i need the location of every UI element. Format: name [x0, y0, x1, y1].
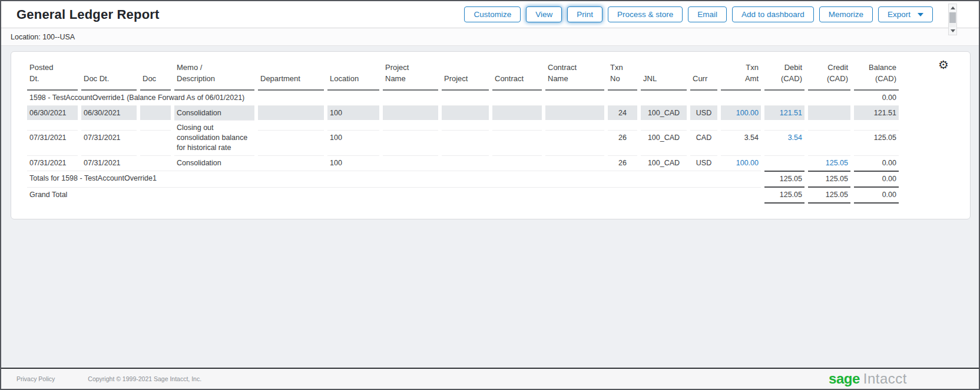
- col-header-memo: Memo /Description: [173, 61, 256, 91]
- cell-contract_name: [544, 105, 606, 121]
- table-row: 07/31/202107/31/2021 Closing out consoli…: [25, 120, 900, 155]
- group-label: 1598 - TestAccountOverride1 (Balance For…: [25, 91, 852, 105]
- cell-department: [256, 155, 326, 171]
- arrow-up-icon: [951, 6, 955, 9]
- cell-credit-link[interactable]: 125.05: [826, 159, 848, 167]
- cell-contract: [491, 155, 544, 171]
- col-header-project_name: ProjectName: [381, 61, 440, 91]
- col-header-txn_no: TxnNo: [606, 61, 639, 91]
- cell-balance: 0.00: [852, 155, 900, 171]
- cell-debit: [763, 155, 806, 171]
- scroll-up-button[interactable]: [949, 4, 956, 12]
- cell-jnl: 100_CAD: [639, 120, 688, 155]
- cell-contract_name: [544, 155, 606, 171]
- col-header-location: Location: [326, 61, 381, 91]
- cell-memo: Closing out consolidation balance for hi…: [173, 120, 256, 155]
- sage-intacct-logo: sage Intacct: [829, 371, 907, 387]
- table-row: 07/31/202107/31/2021 Consolidation 100 2…: [25, 155, 900, 171]
- cell-curr: USD: [688, 155, 719, 171]
- cell-balance: 0.00: [852, 91, 900, 105]
- cell-department: [256, 120, 326, 155]
- cell-location: 100: [326, 155, 381, 171]
- totals-credit: 125.05: [806, 171, 852, 186]
- cell-project: [440, 120, 491, 155]
- col-header-jnl: JNL: [639, 61, 688, 91]
- cell-credit: [806, 120, 852, 155]
- cell-memo: Consolidation: [173, 105, 256, 121]
- col-header-project: Project: [440, 61, 491, 91]
- cell-jnl: 100_CAD: [639, 105, 688, 121]
- toolbar: Customize View Print Process & store Ema…: [464, 6, 933, 22]
- col-header-contract_name: ContractName: [544, 61, 606, 91]
- cell-curr: USD: [688, 105, 719, 121]
- print-button[interactable]: Print: [567, 6, 602, 22]
- col-header-department: Department: [256, 61, 326, 91]
- table-row: 06/30/202106/30/2021 Consolidation 100 2…: [25, 105, 900, 121]
- privacy-policy-link[interactable]: Privacy Policy: [16, 375, 55, 382]
- process-store-button[interactable]: Process & store: [608, 6, 683, 22]
- cell-contract: [491, 105, 544, 121]
- customize-button[interactable]: Customize: [464, 6, 521, 22]
- cell-credit: [806, 105, 852, 121]
- cell-curr: CAD: [688, 120, 719, 155]
- view-button[interactable]: View: [526, 6, 562, 22]
- cell-project: [440, 105, 491, 121]
- col-header-doc_dt: Doc Dt.: [80, 61, 138, 91]
- footer: Privacy Policy Copyright © 1999-2021 Sag…: [1, 368, 979, 389]
- cell-txn_amt-link[interactable]: 100.00: [736, 159, 759, 167]
- cell-posted: 06/30/2021: [25, 105, 80, 121]
- add-to-dashboard-button[interactable]: Add to dashboard: [732, 6, 814, 22]
- cell-project_name: [381, 155, 440, 171]
- cell-doc_dt: 07/31/2021: [80, 155, 138, 171]
- cell-posted: 07/31/2021: [25, 155, 80, 171]
- cell-debit: 3.54: [763, 120, 806, 155]
- location-bar: Location: 100--USA: [1, 28, 979, 46]
- cell-doc: [138, 105, 173, 121]
- scroll-down-button[interactable]: [949, 27, 956, 35]
- col-header-contract: Contract: [491, 61, 544, 91]
- cell-balance: 121.51: [852, 105, 900, 121]
- sage-logo-text: sage: [829, 371, 860, 387]
- totals-balance: 0.00: [852, 171, 900, 186]
- export-button[interactable]: Export: [878, 6, 933, 22]
- cell-credit: 125.05: [806, 155, 852, 171]
- report-card: ⚙ PostedDt.Doc Dt.DocMemo /DescriptionDe…: [11, 51, 971, 219]
- cell-txn_amt: 3.54: [719, 120, 763, 155]
- location-text: Location: 100--USA: [11, 33, 75, 41]
- intacct-logo-text: Intacct: [863, 371, 907, 387]
- totals-row: Totals for 1598 - TestAccountOverride112…: [25, 171, 900, 186]
- cell-project_name: [381, 120, 440, 155]
- page-title: General Ledger Report: [16, 7, 160, 22]
- col-header-txn_amt: TxnAmt: [719, 61, 763, 91]
- cell-jnl: 100_CAD: [639, 155, 688, 171]
- cell-doc_dt: 06/30/2021: [80, 105, 138, 121]
- cell-doc: [138, 155, 173, 171]
- cell-balance: 125.05: [852, 120, 900, 155]
- cell-txn_no: 26: [606, 120, 639, 155]
- title-bar: General Ledger Report Customize View Pri…: [1, 1, 979, 28]
- cell-contract: [491, 120, 544, 155]
- grand-total-credit: 125.05: [806, 186, 852, 204]
- grand-total-row: Grand Total125.05125.050.00: [25, 186, 900, 204]
- totals-debit: 125.05: [763, 171, 806, 186]
- memorize-button[interactable]: Memorize: [819, 6, 873, 22]
- vertical-scrollbar[interactable]: [948, 4, 957, 35]
- settings-gear-icon[interactable]: ⚙: [938, 59, 949, 71]
- cell-memo: Consolidation: [173, 155, 256, 171]
- cell-debit-link[interactable]: 121.51: [780, 109, 802, 117]
- cell-debit-link[interactable]: 3.54: [788, 134, 802, 142]
- cell-contract_name: [544, 120, 606, 155]
- scrollbar-thumb[interactable]: [949, 12, 956, 23]
- email-button[interactable]: Email: [688, 6, 727, 22]
- col-header-doc: Doc: [138, 61, 173, 91]
- cell-doc_dt: 07/31/2021: [80, 120, 138, 155]
- cell-txn_amt: 100.00: [719, 155, 763, 171]
- arrow-down-icon: [951, 29, 955, 32]
- report-table: PostedDt.Doc Dt.DocMemo /DescriptionDepa…: [25, 61, 900, 204]
- cell-txn_amt-link[interactable]: 100.00: [736, 109, 759, 117]
- cell-txn_no: 24: [606, 105, 639, 121]
- col-header-curr: Curr: [688, 61, 719, 91]
- cell-location: 100: [326, 105, 381, 121]
- cell-txn_amt: 100.00: [719, 105, 763, 121]
- grand-total-debit: 125.05: [763, 186, 806, 204]
